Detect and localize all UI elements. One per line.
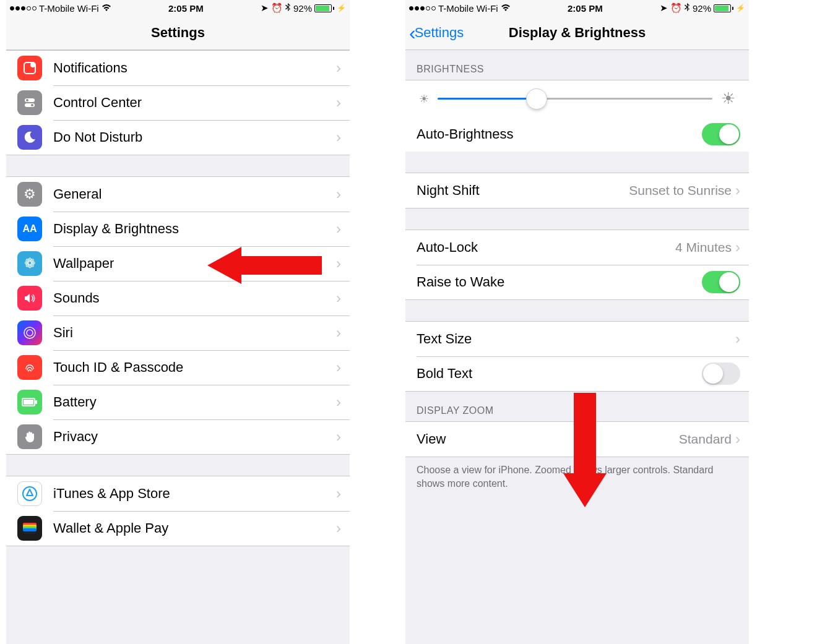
text-group: Text Size › Bold Text xyxy=(405,321,749,392)
status-bar: T-Mobile Wi-Fi 2:05 PM ➤ ⏰ 92% ⚡ xyxy=(405,0,749,16)
row-wallet-apple-pay[interactable]: Wallet & Apple Pay › xyxy=(6,511,350,546)
wallet-icon xyxy=(17,516,42,541)
settings-group-1: Notifications › Control Center › Do Not … xyxy=(6,50,350,155)
charging-icon: ⚡ xyxy=(337,4,346,12)
row-label: General xyxy=(53,186,336,202)
row-label: Auto-Brightness xyxy=(417,126,702,142)
cellular-signal-icon xyxy=(10,6,37,11)
wallpaper-icon: ❁ xyxy=(17,251,42,276)
chevron-right-icon: › xyxy=(336,485,341,502)
location-icon: ➤ xyxy=(660,2,668,14)
row-notifications[interactable]: Notifications › xyxy=(6,51,350,85)
page-title: Settings xyxy=(151,25,205,41)
chevron-right-icon: › xyxy=(336,220,341,238)
row-label: iTunes & App Store xyxy=(53,486,336,502)
row-raise-to-wake[interactable]: Raise to Wake xyxy=(405,265,749,299)
chevron-right-icon: › xyxy=(735,239,740,256)
row-value: 4 Minutes xyxy=(675,240,732,255)
row-label: Auto-Lock xyxy=(417,239,675,255)
row-text-size[interactable]: Text Size › xyxy=(405,322,749,356)
bluetooth-icon xyxy=(685,3,690,14)
section-header-brightness: Brightness xyxy=(405,50,749,80)
wifi-icon xyxy=(102,3,111,14)
svg-rect-16 xyxy=(23,528,37,531)
row-label: Do Not Disturb xyxy=(53,129,336,145)
display-icon: AA xyxy=(17,217,42,241)
hand-icon xyxy=(17,424,42,449)
settings-group-2: ⚙ General › AA Display & Brightness › ❁ … xyxy=(6,176,350,455)
row-label: Text Size xyxy=(417,331,735,347)
row-label: Control Center xyxy=(53,95,336,111)
row-itunes-app-store[interactable]: iTunes & App Store › xyxy=(6,476,350,511)
row-do-not-disturb[interactable]: Do Not Disturb › xyxy=(6,120,350,155)
row-auto-lock[interactable]: Auto-Lock 4 Minutes › xyxy=(405,230,749,265)
chevron-right-icon: › xyxy=(336,290,341,307)
nav-bar: Settings xyxy=(6,16,350,50)
row-label: Battery xyxy=(53,394,336,410)
battery-pct-label: 92% xyxy=(693,3,711,14)
row-label: View xyxy=(417,431,679,447)
status-bar: T-Mobile Wi-Fi 2:05 PM ➤ ⏰ 92% ⚡ xyxy=(6,0,350,16)
battery-icon xyxy=(314,4,334,12)
svg-point-5 xyxy=(31,104,33,106)
bluetooth-icon xyxy=(285,3,291,14)
row-label: Sounds xyxy=(53,290,336,306)
row-privacy[interactable]: Privacy › xyxy=(6,419,350,454)
row-wallpaper[interactable]: ❁ Wallpaper › xyxy=(6,246,350,281)
row-label: Wallet & Apple Pay xyxy=(53,520,336,536)
brightness-group: ☀ ☀ Auto-Brightness xyxy=(405,80,749,152)
row-label: Touch ID & Passcode xyxy=(53,359,336,376)
clock-label: 2:05 PM xyxy=(168,3,204,14)
row-bold-text[interactable]: Bold Text xyxy=(405,356,749,391)
row-sounds[interactable]: Sounds › xyxy=(6,281,350,316)
alarm-icon: ⏰ xyxy=(670,2,682,14)
row-label: Wallpaper xyxy=(53,255,336,272)
auto-brightness-toggle[interactable] xyxy=(702,123,740,145)
night-shift-group: Night Shift Sunset to Sunrise › xyxy=(405,173,749,208)
control-center-icon xyxy=(17,90,42,115)
carrier-label: T-Mobile Wi-Fi xyxy=(438,3,498,14)
display-brightness-screen: T-Mobile Wi-Fi 2:05 PM ➤ ⏰ 92% ⚡ ‹ Setti… xyxy=(405,0,749,644)
svg-point-6 xyxy=(24,327,35,338)
battery-icon xyxy=(714,4,733,12)
sun-small-icon: ☀ xyxy=(419,92,429,106)
row-label: Bold Text xyxy=(417,366,702,382)
section-footer-zoom: Choose a view for iPhone. Zoomed shows l… xyxy=(405,457,749,501)
back-button[interactable]: ‹ Settings xyxy=(409,16,464,49)
svg-point-3 xyxy=(26,99,28,101)
nav-bar: ‹ Settings Display & Brightness xyxy=(405,16,749,50)
row-touch-id[interactable]: Touch ID & Passcode › xyxy=(6,350,350,385)
row-value: Sunset to Sunrise xyxy=(629,183,732,198)
svg-point-1 xyxy=(30,62,35,67)
row-label: Night Shift xyxy=(417,182,629,199)
brightness-slider[interactable] xyxy=(438,98,712,100)
chevron-right-icon: › xyxy=(336,359,341,376)
row-general[interactable]: ⚙ General › xyxy=(6,177,350,212)
row-view[interactable]: View Standard › xyxy=(405,422,749,457)
row-control-center[interactable]: Control Center › xyxy=(6,85,350,120)
row-auto-brightness[interactable]: Auto-Brightness xyxy=(405,117,749,152)
app-store-icon xyxy=(17,481,42,506)
chevron-right-icon: › xyxy=(336,324,341,341)
moon-icon xyxy=(17,125,42,150)
cellular-signal-icon xyxy=(409,6,436,11)
siri-icon xyxy=(17,320,42,345)
back-label: Settings xyxy=(415,25,464,41)
wifi-icon xyxy=(501,3,511,14)
row-battery[interactable]: Battery › xyxy=(6,385,350,419)
fingerprint-icon xyxy=(17,355,42,380)
row-night-shift[interactable]: Night Shift Sunset to Sunrise › xyxy=(405,173,749,208)
row-display-brightness[interactable]: AA Display & Brightness › xyxy=(6,212,350,246)
section-header-zoom: Display Zoom xyxy=(405,392,749,421)
bold-text-toggle[interactable] xyxy=(702,363,740,385)
row-siri[interactable]: Siri › xyxy=(6,316,350,350)
raise-to-wake-toggle[interactable] xyxy=(702,271,740,293)
svg-point-7 xyxy=(27,330,33,336)
clock-label: 2:05 PM xyxy=(568,3,603,14)
chevron-right-icon: › xyxy=(336,255,341,272)
row-label: Display & Brightness xyxy=(53,221,336,237)
row-label: Siri xyxy=(53,325,336,341)
battery-pct-label: 92% xyxy=(293,3,312,14)
chevron-right-icon: › xyxy=(336,94,341,111)
alarm-icon: ⏰ xyxy=(271,2,283,14)
